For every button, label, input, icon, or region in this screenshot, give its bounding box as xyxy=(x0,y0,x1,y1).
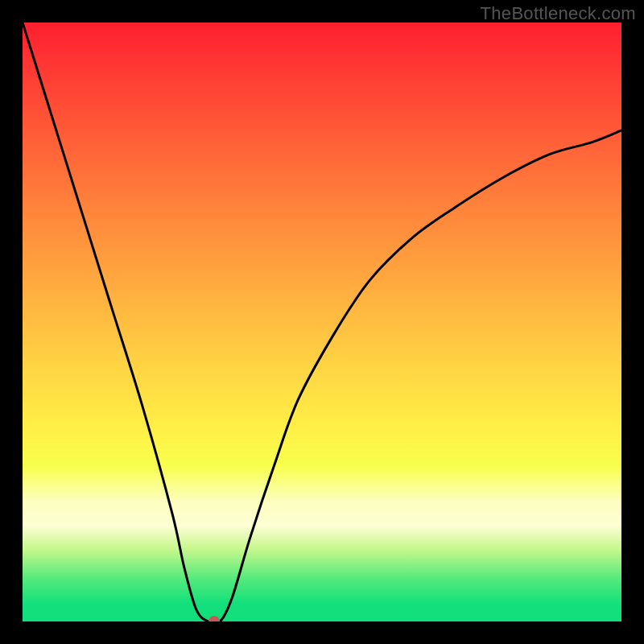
bottleneck-curve-path xyxy=(23,23,621,621)
curve-minimum-marker xyxy=(208,616,220,621)
chart-frame: TheBottleneck.com xyxy=(0,0,644,644)
watermark-text: TheBottleneck.com xyxy=(481,3,636,24)
bottleneck-curve-svg xyxy=(23,23,621,621)
